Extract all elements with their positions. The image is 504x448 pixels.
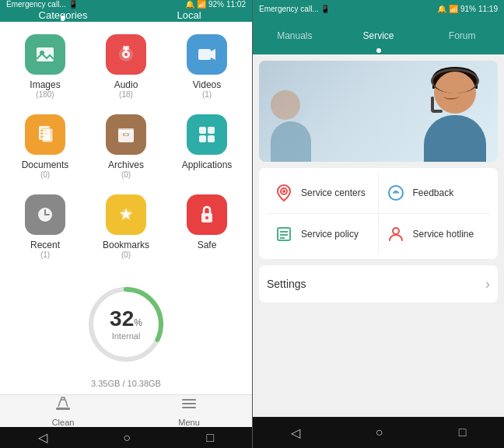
menu-button[interactable]: Menu	[126, 395, 252, 427]
back-button-right[interactable]: ◁	[278, 422, 313, 443]
svg-rect-0	[37, 47, 54, 61]
gauge-label: Internal	[110, 331, 142, 341]
svg-point-24	[205, 216, 208, 219]
file-grid: Images (180) Audio (18) Videos (1) Docum…	[0, 22, 252, 271]
recent-label: Recent	[30, 240, 60, 250]
tab-categories[interactable]: Categories	[0, 9, 126, 22]
svg-point-4	[124, 53, 128, 56]
tab-service-label: Service	[363, 30, 394, 41]
status-right: 🔔 📶 92% 11:02	[185, 0, 246, 9]
clean-label: Clean	[52, 418, 75, 427]
svg-rect-14	[118, 128, 134, 132]
grid-item-recent[interactable]: Recent (1)	[5, 187, 86, 267]
signal-icon-right: 🔔	[437, 5, 446, 13]
emergency-call-right: Emergency call...	[259, 5, 319, 13]
clean-icon	[54, 395, 72, 416]
time-right: 11:19	[478, 5, 498, 13]
right-panel: Emergency call... 📱 🔔 📶 91% 11:19 Manual…	[253, 0, 504, 448]
audio-label: Audio	[114, 79, 138, 90]
person1-figure	[420, 61, 490, 162]
home-button-right[interactable]: ○	[363, 422, 396, 443]
time-left: 11:02	[226, 0, 246, 9]
status-bar-right: Emergency call... 📱 🔔 📶 91% 11:19	[253, 0, 504, 17]
tab-manuals-label: Manuals	[277, 30, 312, 41]
archives-label: Archives	[108, 159, 144, 170]
videos-count: (1)	[202, 90, 212, 99]
images-count: (180)	[36, 90, 54, 99]
grid-item-archives[interactable]: Archives (0)	[86, 107, 166, 187]
svg-rect-27	[56, 408, 70, 410]
documents-label: Documents	[22, 159, 69, 170]
svg-point-32	[282, 190, 285, 193]
service-centers-label: Service centers	[301, 187, 366, 198]
service-items-card: Service centers Feedback Service policy	[259, 168, 498, 259]
service-policy-item[interactable]: Service policy	[267, 214, 379, 254]
recent-button-left[interactable]: □	[194, 428, 227, 448]
feedback-label: Feedback	[413, 187, 454, 198]
grid-item-applications[interactable]: Applications	[166, 107, 247, 187]
sys-nav-right: ◁ ○ □	[253, 417, 504, 448]
svg-rect-5	[123, 46, 129, 50]
audio-count: (18)	[119, 90, 133, 99]
status-right-left: Emergency call... 📱	[259, 5, 330, 13]
bookmarks-label: Bookmarks	[103, 240, 149, 250]
tab-service[interactable]: Service	[337, 17, 421, 54]
svg-rect-6	[198, 49, 211, 60]
svg-rect-18	[208, 127, 215, 134]
wifi-icon-right: 📶	[449, 5, 458, 13]
service-hotline-icon	[385, 223, 407, 245]
grid-item-audio[interactable]: Audio (18)	[86, 26, 166, 107]
service-hotline-item[interactable]: Service hotline	[379, 214, 491, 254]
grid-item-images[interactable]: Images (180)	[5, 26, 86, 107]
storage-section: 32% Internal 3.35GB / 10.38GB	[0, 271, 252, 394]
top-nav-left: Categories Local	[0, 9, 252, 22]
menu-icon	[180, 395, 198, 416]
bookmarks-icon	[106, 194, 146, 235]
archives-count: (0)	[121, 170, 131, 179]
storage-gauge: 32% Internal	[79, 278, 173, 371]
status-right-right: 🔔 📶 91% 11:19	[437, 5, 498, 13]
clean-button[interactable]: Clean	[0, 395, 126, 427]
back-button-left[interactable]: ◁	[26, 427, 60, 448]
images-label: Images	[30, 79, 60, 90]
service-centers-item[interactable]: Service centers	[267, 173, 379, 214]
svg-rect-16	[124, 134, 128, 135]
bottom-nav: Clean Menu	[0, 394, 252, 427]
menu-label: Menu	[178, 418, 200, 427]
settings-item[interactable]: Settings ›	[259, 265, 498, 303]
svg-rect-28	[182, 399, 196, 401]
feedback-item[interactable]: Feedback	[379, 173, 491, 214]
svg-point-34	[395, 192, 397, 194]
archives-icon	[106, 114, 146, 155]
recent-count: (1)	[40, 250, 50, 259]
settings-label: Settings	[267, 278, 306, 290]
applications-label: Applications	[182, 159, 233, 170]
gauge-unit: %	[134, 317, 142, 328]
battery-left: 92%	[208, 0, 224, 9]
home-button-left[interactable]: ○	[110, 428, 143, 448]
grid-item-documents[interactable]: Documents (0)	[5, 107, 86, 187]
service-centers-icon	[273, 182, 295, 204]
tab-local[interactable]: Local	[126, 9, 252, 22]
videos-icon	[187, 34, 227, 75]
status-left: Emergency call... 📱	[6, 0, 78, 9]
grid-item-safe[interactable]: Safe	[166, 187, 247, 267]
videos-label: Videos	[193, 79, 221, 90]
tab-forum-label: Forum	[449, 30, 476, 41]
svg-rect-19	[199, 135, 206, 142]
recent-button-right[interactable]: □	[446, 422, 479, 443]
battery-right: 91%	[460, 5, 476, 13]
status-bar-left: Emergency call... 📱 🔔 📶 92% 11:02	[0, 0, 252, 9]
grid-item-bookmarks[interactable]: Bookmarks (0)	[86, 187, 166, 267]
tab-forum[interactable]: Forum	[420, 17, 504, 54]
documents-count: (0)	[40, 170, 50, 179]
signal-icon: 🔔	[185, 0, 194, 9]
service-policy-label: Service policy	[301, 229, 359, 240]
tab-manuals[interactable]: Manuals	[253, 17, 337, 54]
grid-item-videos[interactable]: Videos (1)	[166, 26, 247, 107]
wifi-icon: 📶	[197, 0, 206, 9]
gauge-percent: 32	[110, 306, 134, 331]
service-grid: Service centers Feedback Service policy	[267, 173, 490, 254]
svg-rect-29	[182, 403, 196, 404]
tab-local-label: Local	[177, 9, 201, 21]
